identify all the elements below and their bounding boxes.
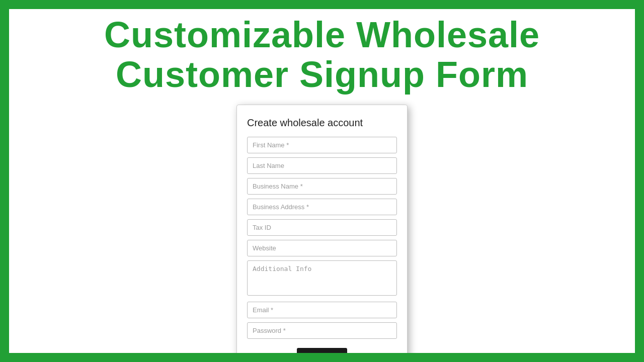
submit-button[interactable]: Submit <box>297 348 347 362</box>
page-content: Customizable Wholesale Customer Signup F… <box>0 0 644 362</box>
additional-info-textarea[interactable] <box>247 260 397 296</box>
business-name-input[interactable] <box>247 178 397 195</box>
last-name-input[interactable] <box>247 157 397 174</box>
form-card: Create wholesale account Submit <box>236 105 408 362</box>
tax-id-input[interactable] <box>247 219 397 236</box>
password-input[interactable] <box>247 322 397 339</box>
email-input[interactable] <box>247 302 397 318</box>
page-title: Customizable Wholesale Customer Signup F… <box>104 15 540 95</box>
website-input[interactable] <box>247 240 397 256</box>
first-name-input[interactable] <box>247 137 397 153</box>
business-address-input[interactable] <box>247 199 397 215</box>
form-card-title: Create wholesale account <box>247 117 397 129</box>
